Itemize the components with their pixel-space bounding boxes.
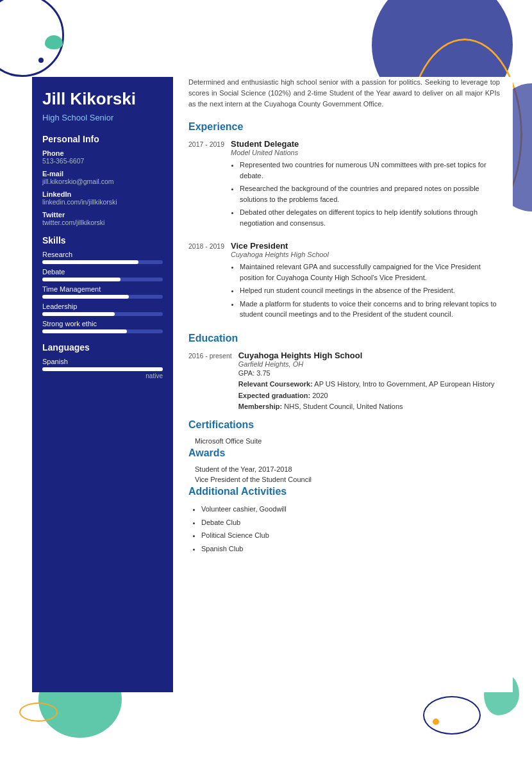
certifications-container: Microsoft Office Suite bbox=[188, 437, 500, 445]
skill-bar-bg bbox=[42, 295, 163, 299]
edu-membership: Membership: NHS, Student Council, United… bbox=[238, 401, 500, 413]
exp-bullet: Helped run student council meetings in t… bbox=[240, 285, 500, 296]
summary-text: Determined and enthusiastic high school … bbox=[188, 77, 500, 110]
exp-bullets: Represented two countries for numerous U… bbox=[231, 160, 500, 228]
edu-graduation: Expected graduation: 2020 bbox=[238, 390, 500, 402]
skill-bar-fill bbox=[42, 278, 121, 281]
email-label: E-mail bbox=[42, 170, 163, 178]
exp-role: Student Delegate bbox=[231, 139, 500, 149]
edu-date: 2016 - present bbox=[188, 351, 232, 413]
exp-bullet: Maintained relevant GPA and successfully… bbox=[240, 262, 500, 283]
certification-item: Microsoft Office Suite bbox=[188, 437, 500, 445]
exp-org: Cuyahoga Heights High School bbox=[231, 251, 500, 258]
exp-role: Vice President bbox=[231, 241, 500, 251]
skill-bar-fill bbox=[42, 295, 129, 299]
skill-name: Time Management bbox=[42, 285, 163, 293]
language-bar-fill bbox=[42, 367, 163, 371]
activity-item: Political Science Club bbox=[201, 530, 500, 541]
linkedin-label: LinkedIn bbox=[42, 190, 163, 198]
activity-item: Volunteer cashier, Goodwill bbox=[201, 504, 500, 515]
languages-container: Spanishnative bbox=[42, 358, 163, 379]
activities-container: Volunteer cashier, GoodwillDebate ClubPo… bbox=[188, 504, 500, 554]
edu-gpa: GPA: 3.75 bbox=[238, 368, 500, 379]
education-container: 2016 - presentCuyahoga Heights High Scho… bbox=[188, 351, 500, 413]
skill-bar-bg bbox=[42, 312, 163, 316]
skill-name: Research bbox=[42, 251, 163, 258]
skill-bar-fill bbox=[42, 260, 138, 264]
skills-container: ResearchDebateTime ManagementLeadershipS… bbox=[42, 251, 163, 333]
education-item: 2016 - presentCuyahoga Heights High Scho… bbox=[188, 351, 500, 413]
language-name: Spanish bbox=[42, 358, 163, 365]
experience-container: 2017 - 2019Student DelegateModel United … bbox=[188, 139, 500, 322]
edu-body: Cuyahoga Heights High SchoolGarfield Hei… bbox=[238, 351, 500, 413]
skill-name: Leadership bbox=[42, 303, 163, 310]
candidate-name: Jill Kikorski bbox=[42, 90, 163, 109]
exp-org: Model United Nations bbox=[231, 149, 500, 156]
skills-heading: Skills bbox=[42, 235, 163, 245]
activity-item: Spanish Club bbox=[201, 544, 500, 554]
phone-value: 513-365-6607 bbox=[42, 157, 163, 165]
exp-bullet: Researched the background of the countri… bbox=[240, 183, 500, 204]
deco-circle-bottom-right-outline bbox=[423, 696, 481, 735]
skill-bar-bg bbox=[42, 329, 163, 333]
activity-item: Debate Club bbox=[201, 517, 500, 528]
language-item: Spanishnative bbox=[42, 358, 163, 379]
candidate-title: High School Senior bbox=[42, 113, 163, 122]
sidebar: Jill Kikorski High School Senior Persona… bbox=[32, 77, 173, 692]
edu-coursework: Relevant Coursework: AP US History, Intr… bbox=[238, 379, 500, 390]
exp-body: Student DelegateModel United NationsRepr… bbox=[231, 139, 500, 231]
edu-school: Cuyahoga Heights High School bbox=[238, 351, 500, 360]
experience-item: 2017 - 2019Student DelegateModel United … bbox=[188, 139, 500, 231]
certifications-heading: Certifications bbox=[188, 419, 500, 431]
language-bar-bg bbox=[42, 367, 163, 371]
awards-heading: Awards bbox=[188, 447, 500, 459]
deco-dot-top-left bbox=[38, 58, 44, 63]
skill-name: Strong work ethic bbox=[42, 320, 163, 328]
deco-oval-bottom-left bbox=[19, 702, 58, 722]
skill-item: Debate bbox=[42, 268, 163, 281]
edu-location: Garfield Heights, OH bbox=[238, 360, 500, 368]
twitter-label: Twitter bbox=[42, 211, 163, 219]
awards-container: Student of the Year, 2017-2018Vice Presi… bbox=[188, 465, 500, 483]
skill-bar-bg bbox=[42, 260, 163, 264]
activities-heading: Additional Activities bbox=[188, 486, 500, 497]
personal-info-heading: Personal Info bbox=[42, 134, 163, 144]
deco-dot-bottom-right bbox=[433, 719, 439, 725]
skill-bar-bg bbox=[42, 278, 163, 281]
skill-item: Research bbox=[42, 251, 163, 264]
exp-bullets: Maintained relevant GPA and successfully… bbox=[231, 262, 500, 320]
resume-container: Jill Kikorski High School Senior Persona… bbox=[32, 77, 513, 692]
language-level: native bbox=[42, 372, 163, 379]
award-item: Vice President of the Student Council bbox=[188, 476, 500, 483]
linkedin-value: linkedin.com/in/jillkikorski bbox=[42, 198, 163, 206]
skill-bar-fill bbox=[42, 329, 127, 333]
exp-body: Vice PresidentCuyahoga Heights High Scho… bbox=[231, 241, 500, 322]
main-content: Determined and enthusiastic high school … bbox=[173, 77, 513, 692]
skill-item: Leadership bbox=[42, 303, 163, 316]
award-item: Student of the Year, 2017-2018 bbox=[188, 465, 500, 473]
skill-item: Strong work ethic bbox=[42, 320, 163, 333]
exp-bullet: Made a platform for students to voice th… bbox=[240, 299, 500, 320]
exp-bullet: Debated other delegates on different top… bbox=[240, 207, 500, 228]
email-value: jill.kikorskio@gmail.com bbox=[42, 178, 163, 185]
experience-item: 2018 - 2019Vice PresidentCuyahoga Height… bbox=[188, 241, 500, 322]
exp-date: 2017 - 2019 bbox=[188, 139, 224, 231]
skill-item: Time Management bbox=[42, 285, 163, 299]
experience-heading: Experience bbox=[188, 121, 500, 133]
exp-date: 2018 - 2019 bbox=[188, 241, 224, 322]
skill-bar-fill bbox=[42, 312, 115, 316]
skill-name: Debate bbox=[42, 268, 163, 276]
phone-label: Phone bbox=[42, 149, 163, 157]
twitter-value: twitter.com/jillkikorski bbox=[42, 219, 163, 226]
exp-bullet: Represented two countries for numerous U… bbox=[240, 160, 500, 181]
education-heading: Education bbox=[188, 333, 500, 344]
languages-heading: Languages bbox=[42, 342, 163, 353]
deco-blob-top-left bbox=[45, 35, 63, 49]
